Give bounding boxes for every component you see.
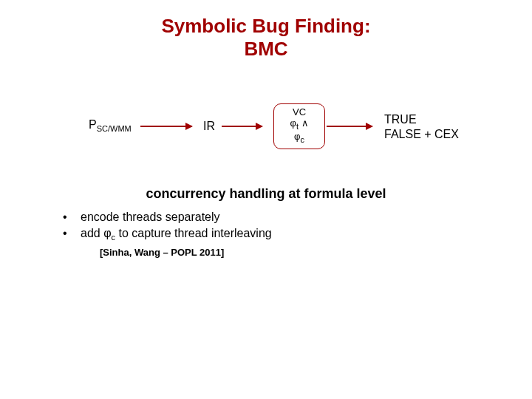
out-false: FALSE + CEX bbox=[384, 127, 459, 141]
title-line2: BMC bbox=[244, 38, 287, 60]
arrow-3 bbox=[327, 126, 372, 127]
bullet-dot-icon: • bbox=[63, 227, 81, 240]
node-program: PSC/WMM bbox=[89, 118, 132, 133]
bullet-list: •encode threads separately •add φc to ca… bbox=[63, 211, 532, 242]
arrow-1 bbox=[140, 126, 192, 127]
pipeline-diagram: PSC/WMM IR VC φt ∧ φc TRUE FALSE + CEX bbox=[0, 98, 532, 164]
node-output: TRUE FALSE + CEX bbox=[384, 112, 459, 140]
p-label: P bbox=[89, 118, 97, 131]
arrow-2 bbox=[222, 126, 262, 127]
title-line1: Symbolic Bug Finding: bbox=[161, 15, 370, 37]
slide-title: Symbolic Bug Finding: BMC bbox=[0, 0, 532, 61]
out-true: TRUE bbox=[384, 112, 459, 126]
bullet-2: •add φc to capture thread interleaving bbox=[63, 227, 532, 242]
bullet-1: •encode threads separately bbox=[63, 211, 532, 224]
vc-line1: φt ∧ bbox=[279, 118, 320, 131]
p-sub: SC/WMM bbox=[97, 125, 132, 134]
bullet-dot-icon: • bbox=[63, 211, 81, 224]
ir-label: IR bbox=[203, 120, 215, 132]
node-ir: IR bbox=[203, 120, 215, 133]
caption: concurrency handling at formula level bbox=[0, 186, 532, 202]
vc-title: VC bbox=[279, 107, 320, 118]
vc-line2: φc bbox=[279, 132, 320, 144]
citation: [Sinha, Wang – POPL 2011] bbox=[100, 247, 532, 258]
node-vc: VC φt ∧ φc bbox=[273, 103, 325, 149]
